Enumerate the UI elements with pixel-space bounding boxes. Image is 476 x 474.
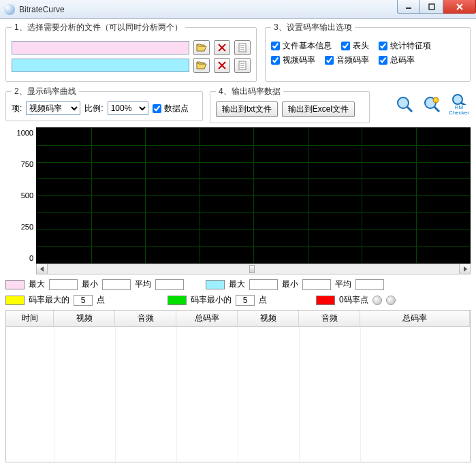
chk-header[interactable]: 表头 bbox=[341, 40, 369, 52]
window-controls bbox=[397, 0, 476, 14]
table-header: 时间 视频 音频 总码率 视频 音频 总码率 bbox=[6, 311, 470, 327]
chevron-left-icon bbox=[39, 266, 45, 272]
chk-total[interactable]: 总码率 bbox=[379, 54, 415, 66]
label-points-2: 点 bbox=[259, 294, 267, 306]
chk-audio-label: 音频码率 bbox=[336, 54, 369, 66]
data-table: 时间 视频 音频 总码率 视频 音频 总码率 bbox=[5, 310, 471, 462]
label-max-1: 最大 bbox=[29, 279, 45, 290]
val-min-points[interactable]: 5 bbox=[236, 295, 255, 306]
swatch-pink bbox=[5, 280, 25, 289]
chk-datapoints[interactable]: 数据点 bbox=[153, 103, 189, 114]
export-txt-button[interactable]: 输出到txt文件 bbox=[216, 101, 278, 117]
chk-stats-box[interactable] bbox=[379, 42, 387, 50]
chk-total-box[interactable] bbox=[379, 56, 387, 65]
scroll-thumb[interactable] bbox=[249, 265, 255, 273]
val-max-2 bbox=[249, 279, 278, 290]
chart-canvas[interactable] bbox=[36, 127, 471, 264]
chk-fileinfo[interactable]: 文件基本信息 bbox=[271, 40, 332, 52]
ytick-250: 250 bbox=[21, 223, 33, 231]
th-total-2[interactable]: 总码率 bbox=[360, 311, 470, 326]
maximize-button[interactable] bbox=[420, 0, 443, 14]
chk-fileinfo-box[interactable] bbox=[271, 42, 280, 50]
svg-marker-23 bbox=[40, 266, 44, 272]
th-video-2[interactable]: 视频 bbox=[238, 311, 299, 326]
x-icon bbox=[218, 44, 226, 52]
rm-checker-button[interactable]: RM Checker bbox=[447, 93, 471, 116]
svg-marker-24 bbox=[464, 266, 467, 272]
val-avg-1 bbox=[155, 279, 184, 290]
val-avg-2 bbox=[355, 279, 384, 290]
magnifier-gear-icon bbox=[422, 95, 441, 114]
chk-audio[interactable]: 音频码率 bbox=[325, 54, 369, 66]
swatch-yellow bbox=[5, 296, 25, 305]
th-audio-2[interactable]: 音频 bbox=[299, 311, 360, 326]
file-input-2[interactable] bbox=[12, 59, 189, 72]
val-max-points[interactable]: 5 bbox=[74, 295, 93, 306]
stats-row-extremes: 码率最大的 5 点 码率最小的 5 点 0码率点 bbox=[5, 294, 471, 306]
val-max-1 bbox=[49, 279, 78, 290]
tool-icon-1[interactable] bbox=[393, 93, 416, 116]
chk-datapoints-box[interactable] bbox=[153, 104, 161, 113]
label-min-1: 最小 bbox=[82, 279, 98, 290]
info-file-1-button[interactable] bbox=[234, 40, 251, 55]
browse-file-1-button[interactable] bbox=[193, 40, 210, 55]
table-body[interactable] bbox=[6, 327, 470, 462]
group-select-files: 1、选择需要分析的文件（可以同时分析两个） bbox=[5, 22, 257, 82]
label-avg-1: 平均 bbox=[135, 279, 151, 290]
chk-video-label: 视频码率 bbox=[283, 54, 315, 66]
clear-file-2-button[interactable] bbox=[214, 58, 230, 73]
close-button[interactable] bbox=[443, 0, 476, 14]
info-file-2-button[interactable] bbox=[234, 58, 251, 73]
stats-row-series1: 最大 最小 平均 最大 最小 平均 bbox=[5, 279, 471, 290]
scroll-track[interactable] bbox=[48, 264, 459, 274]
titlebar: BitrateCurve bbox=[0, 0, 476, 19]
select-project[interactable]: 视频码率 bbox=[26, 101, 80, 115]
group-output-data: 4、输出码率数据 输出到txt文件 输出到Excel文件 bbox=[210, 86, 370, 123]
label-zero-rate: 0码率点 bbox=[339, 294, 368, 306]
chart-scrollbar[interactable] bbox=[36, 264, 471, 274]
file-input-1[interactable] bbox=[12, 41, 189, 54]
val-min-1 bbox=[102, 279, 131, 290]
th-time-1[interactable]: 时间 bbox=[6, 311, 54, 326]
svg-rect-1 bbox=[429, 4, 434, 10]
th-total-1[interactable]: 总码率 bbox=[176, 311, 238, 326]
magnifier-doc-icon bbox=[449, 93, 469, 105]
document-icon bbox=[238, 61, 247, 70]
swatch-red bbox=[316, 296, 335, 305]
maximize-icon bbox=[428, 3, 435, 10]
chk-video-box[interactable] bbox=[271, 56, 280, 65]
chk-fileinfo-label: 文件基本信息 bbox=[283, 40, 332, 52]
th-audio-1[interactable]: 音频 bbox=[115, 311, 176, 326]
label-avg-2: 平均 bbox=[335, 279, 351, 290]
chart-y-axis: 1000 750 500 250 0 bbox=[5, 127, 36, 264]
indicator-1 bbox=[372, 296, 382, 305]
label-points-1: 点 bbox=[97, 294, 105, 306]
select-ratio[interactable]: 100% bbox=[108, 101, 148, 115]
ytick-1000: 1000 bbox=[17, 129, 33, 137]
indicator-2 bbox=[386, 296, 396, 305]
minimize-button[interactable] bbox=[397, 0, 420, 14]
ytick-500: 500 bbox=[21, 191, 33, 200]
chevron-right-icon bbox=[462, 266, 468, 272]
chart-area: 1000 750 500 250 0 bbox=[5, 127, 471, 264]
chk-header-box[interactable] bbox=[341, 42, 350, 50]
group-display-curve: 2、显示码率曲线 项: 视频码率 比例: 100% 数据点 bbox=[5, 86, 203, 121]
browse-file-2-button[interactable] bbox=[193, 58, 210, 73]
label-ratio: 比例: bbox=[84, 103, 103, 114]
svg-point-21 bbox=[453, 95, 462, 104]
chk-stats-label: 统计特征项 bbox=[390, 40, 431, 52]
export-excel-button[interactable]: 输出到Excel文件 bbox=[282, 101, 355, 117]
chk-video[interactable]: 视频码率 bbox=[271, 54, 315, 66]
clear-file-1-button[interactable] bbox=[214, 40, 230, 55]
ytick-0: 0 bbox=[29, 254, 33, 262]
chk-total-label: 总码率 bbox=[390, 54, 415, 66]
scroll-right-button[interactable] bbox=[459, 264, 470, 274]
group1-legend: 1、选择需要分析的文件（可以同时分析两个） bbox=[12, 22, 185, 33]
group2-legend: 2、显示码率曲线 bbox=[12, 86, 79, 97]
tool-icon-2[interactable] bbox=[420, 93, 443, 116]
chk-audio-box[interactable] bbox=[325, 56, 334, 65]
label-min-2: 最小 bbox=[282, 279, 298, 290]
chk-stats[interactable]: 统计特征项 bbox=[379, 40, 431, 52]
scroll-left-button[interactable] bbox=[37, 264, 48, 274]
th-video-1[interactable]: 视频 bbox=[54, 311, 115, 326]
